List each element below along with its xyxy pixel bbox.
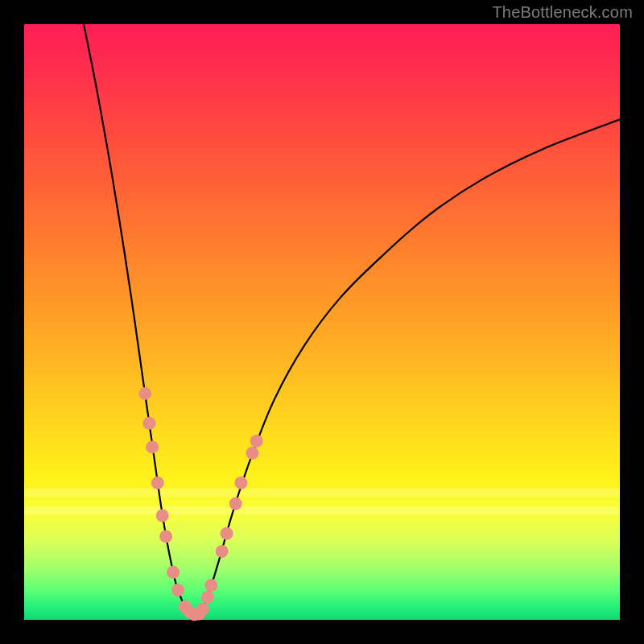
marker-dots-group (138, 387, 262, 621)
right-branch-curve (201, 119, 620, 613)
marker-dot (196, 603, 209, 616)
marker-dot (216, 545, 229, 558)
chart-frame: TheBottleneck.com (0, 0, 644, 644)
marker-dot (246, 447, 258, 460)
marker-dot (138, 387, 151, 400)
chart-svg (24, 24, 620, 620)
marker-dot (221, 527, 233, 540)
marker-dot (204, 579, 217, 592)
marker-dot (234, 477, 247, 489)
marker-dot (146, 440, 159, 453)
watermark-text: TheBottleneck.com (492, 3, 633, 22)
marker-dot (201, 591, 214, 604)
marker-dot (151, 477, 164, 489)
marker-dot (142, 417, 155, 430)
marker-dot (250, 435, 263, 448)
curve-group (84, 24, 620, 617)
left-branch-curve (84, 24, 190, 613)
marker-dot (156, 510, 169, 522)
marker-dot (171, 584, 184, 597)
marker-dot (159, 530, 172, 543)
marker-dot (167, 566, 180, 579)
marker-dot (229, 497, 242, 510)
